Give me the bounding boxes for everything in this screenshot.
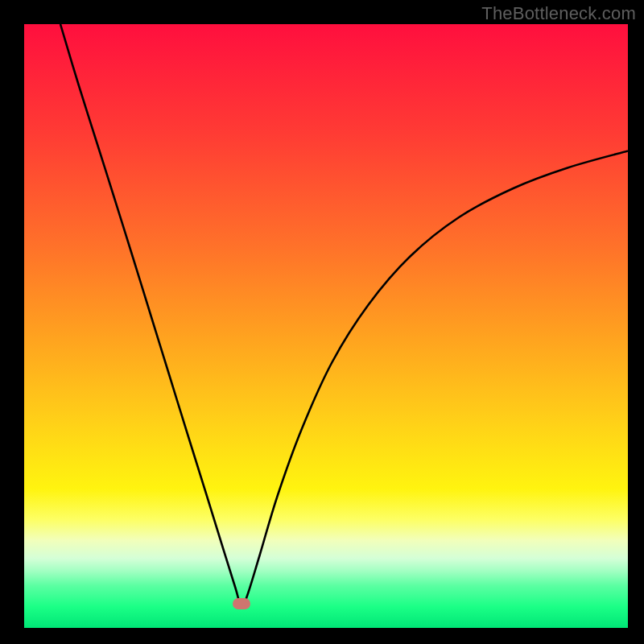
bottleneck-curve [60, 24, 628, 607]
optimal-point-marker [233, 598, 250, 609]
curve-layer [24, 24, 628, 628]
watermark-text: TheBottleneck.com [481, 3, 636, 24]
plot-area [24, 24, 628, 628]
chart-frame: TheBottleneck.com [0, 0, 644, 644]
